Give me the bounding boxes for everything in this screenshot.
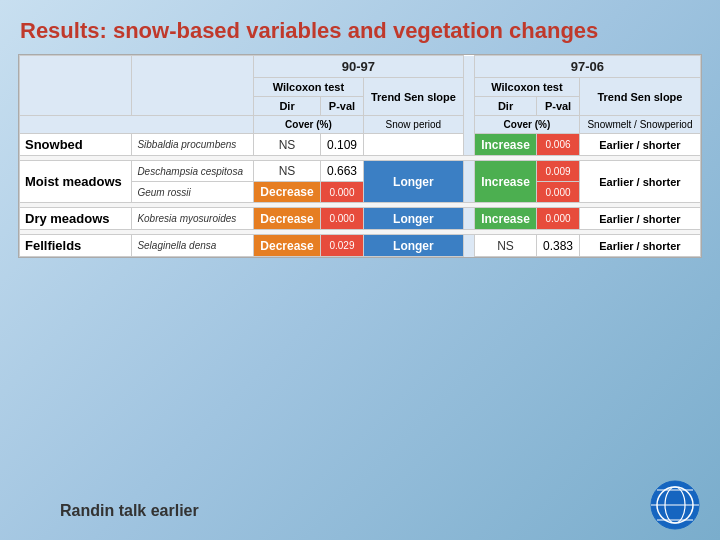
species-snowbed: Sibbaldia procumbens	[132, 134, 254, 156]
trend1-snowbed	[363, 134, 463, 156]
result-moist: Earlier / shorter	[579, 161, 700, 203]
wilcoxon2-header: Wilcoxon test	[474, 78, 579, 97]
pval2-moist1: 0.009	[537, 161, 580, 182]
category-snowbed: Snowbed	[20, 134, 132, 156]
page-title: Results: snow-based variables and vegeta…	[0, 0, 720, 54]
pval1-moist1: 0.663	[321, 161, 364, 182]
pval1-dry: 0.000	[321, 208, 364, 230]
species-fell: Selaginella densa	[132, 235, 254, 257]
group2-header: 97-06	[474, 56, 700, 78]
cover1-header: Cover (%)	[253, 116, 363, 134]
snow-period-header: Snow period	[363, 116, 463, 134]
footer-text: Randin talk earlier	[60, 502, 199, 520]
pval1-header: P-val	[321, 97, 364, 116]
dir2-fell: NS	[474, 235, 536, 257]
species-moist2: Geum rossii	[132, 182, 254, 203]
pval2-dry: 0.000	[537, 208, 580, 230]
dir1-dry: Decrease	[253, 208, 320, 230]
table-row: Fellfields Selaginella densa Decrease 0.…	[20, 235, 701, 257]
wmo-logo	[650, 480, 700, 530]
trend2-header: Trend Sen slope	[579, 78, 700, 116]
dir1-fell: Decrease	[253, 235, 320, 257]
snowmelt-header: Snowmelt / Snowperiod	[579, 116, 700, 134]
dir2-snowbed: Increase	[474, 134, 536, 156]
category-fell: Fellfields	[20, 235, 132, 257]
table-row: Dry meadows Kobresia myosuroides Decreas…	[20, 208, 701, 230]
trend1-moist: Longer	[363, 161, 463, 203]
dir2-dry: Increase	[474, 208, 536, 230]
wilcoxon1-header: Wilcoxon test	[253, 78, 363, 97]
dir2-moist: Increase	[474, 161, 536, 203]
dir1-moist2: Decrease	[253, 182, 320, 203]
dir1-header: Dir	[253, 97, 320, 116]
pval2-fell: 0.383	[537, 235, 580, 257]
trend1-fell: Longer	[363, 235, 463, 257]
table-row: Snowbed Sibbaldia procumbens NS 0.109 In…	[20, 134, 701, 156]
dir1-snowbed: NS	[253, 134, 320, 156]
pval2-header: P-val	[537, 97, 580, 116]
pval1-snowbed: 0.109	[321, 134, 364, 156]
trend1-dry: Longer	[363, 208, 463, 230]
dir2-header: Dir	[474, 97, 536, 116]
pval2-snowbed: 0.006	[537, 134, 580, 156]
result-dry: Earlier / shorter	[579, 208, 700, 230]
group1-header: 90-97	[253, 56, 463, 78]
species-dry: Kobresia myosuroides	[132, 208, 254, 230]
trend1-header: Trend Sen slope	[363, 78, 463, 116]
result-snowbed: Earlier / shorter	[579, 134, 700, 156]
table-container: 90-97 97-06 Wilcoxon test Trend Sen slop…	[18, 54, 702, 258]
category-dry: Dry meadows	[20, 208, 132, 230]
table-row: Moist meadows Deschampsia cespitosa NS 0…	[20, 161, 701, 182]
pval2-moist2: 0.000	[537, 182, 580, 203]
pval1-moist2: 0.000	[321, 182, 364, 203]
cover2-header: Cover (%)	[474, 116, 579, 134]
dir1-moist1: NS	[253, 161, 320, 182]
category-moist: Moist meadows	[20, 161, 132, 203]
pval1-fell: 0.029	[321, 235, 364, 257]
species-moist1: Deschampsia cespitosa	[132, 161, 254, 182]
result-fell: Earlier / shorter	[579, 235, 700, 257]
